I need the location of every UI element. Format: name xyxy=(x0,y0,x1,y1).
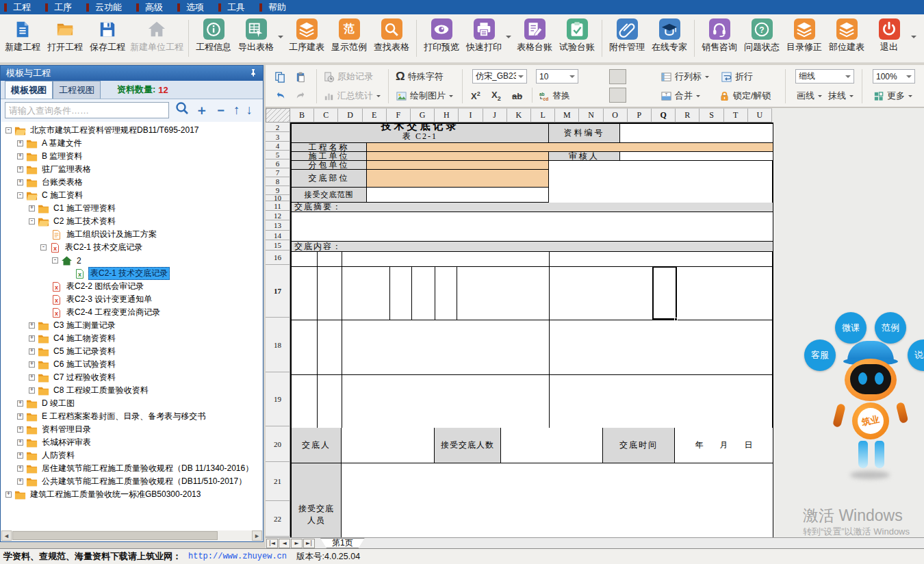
site-link[interactable]: http://www.zhuyew.cn xyxy=(188,552,287,561)
row-header-11[interactable]: 11 xyxy=(266,201,290,211)
expand-icon[interactable]: + xyxy=(17,166,23,172)
table-ledger-button[interactable]: 表格台账 xyxy=(513,18,556,54)
expand-icon[interactable]: + xyxy=(29,348,35,355)
expand-icon[interactable]: + xyxy=(29,374,35,381)
row-header-19[interactable]: 19 xyxy=(266,372,290,426)
row-header-2[interactable]: 2 xyxy=(266,123,290,132)
row-header-6[interactable]: 6 xyxy=(266,159,290,168)
scope-label[interactable]: 接受交底范围 xyxy=(292,188,367,203)
expand-icon[interactable]: + xyxy=(29,205,35,212)
dropdown-caret-icon[interactable] xyxy=(911,36,916,41)
expand-icon[interactable]: + xyxy=(29,361,35,368)
row-header-7[interactable]: 7 xyxy=(266,168,290,177)
tree-item[interactable]: +C5 施工记录资料 xyxy=(1,345,262,358)
column-header-D[interactable]: D xyxy=(338,108,362,123)
column-header-I[interactable]: I xyxy=(459,108,483,123)
row-col-header-button[interactable]: 行列标 xyxy=(660,68,709,85)
scope-value[interactable] xyxy=(367,188,549,203)
halign-right-button[interactable] xyxy=(629,88,646,103)
reviewer-label[interactable]: 审核人 xyxy=(549,152,620,161)
row-header-17[interactable]: 17 xyxy=(266,265,290,318)
receiver-count-value[interactable] xyxy=(501,428,603,463)
copy-button[interactable] xyxy=(274,68,289,85)
doc-no-label[interactable]: 资料编号 xyxy=(549,124,620,143)
print-preview-button[interactable]: 打印预览 xyxy=(420,18,463,54)
valign-middle-button[interactable] xyxy=(609,69,626,84)
tree-item[interactable]: x表C2-1 技术交底记录 xyxy=(1,267,262,280)
discloser-label[interactable]: 交底人 xyxy=(292,428,342,463)
dropdown-caret-icon[interactable] xyxy=(506,36,511,41)
subscript-button[interactable]: X2 xyxy=(491,88,501,104)
strikethrough-button[interactable]: ab xyxy=(512,88,522,104)
receivers-area[interactable] xyxy=(342,463,773,539)
column-header-T[interactable]: T xyxy=(724,108,748,123)
sub-unit-value[interactable] xyxy=(367,161,549,170)
dropdown-caret-icon[interactable] xyxy=(278,36,283,41)
collapse-icon[interactable]: - xyxy=(17,192,23,198)
replace-button[interactable]: abcd替换 xyxy=(538,88,570,104)
tree-item[interactable]: +C8 工程竣工质量验收资料 xyxy=(1,384,262,397)
valign-bottom-button[interactable] xyxy=(629,69,646,84)
project-name-label[interactable]: 工程名称 xyxy=(292,143,367,152)
tree-item[interactable]: x表C2-4 工程变更洽商记录 xyxy=(1,306,262,319)
doc-no-value[interactable] xyxy=(620,124,773,143)
original-record-button[interactable]: 原始记录 xyxy=(323,68,373,85)
row-header-8[interactable]: 8 xyxy=(266,177,290,186)
expand-icon[interactable]: + xyxy=(17,465,23,472)
expand-icon[interactable]: + xyxy=(17,140,23,146)
column-header-R[interactable]: R xyxy=(676,108,700,123)
column-header-E[interactable]: E xyxy=(363,108,387,123)
exit-button[interactable]: 退出 xyxy=(868,18,910,54)
summary-area[interactable] xyxy=(292,212,773,242)
special-char-button[interactable]: Ω特殊字符 xyxy=(396,68,444,85)
row-header-20[interactable]: 20 xyxy=(266,426,290,462)
column-header-C[interactable]: C xyxy=(314,108,338,123)
tree-item[interactable]: +人防资料 xyxy=(1,449,262,462)
search-icon[interactable] xyxy=(175,101,189,119)
undo-button[interactable] xyxy=(274,88,289,104)
menu-item-7[interactable]: 帮助 xyxy=(259,1,286,14)
menu-item-4[interactable]: 高级 xyxy=(136,1,163,14)
time-label[interactable]: 交底时间 xyxy=(603,428,675,463)
tab-template-view[interactable]: 模板视图 xyxy=(5,81,53,99)
receivers-label[interactable]: 接受交底 人员 xyxy=(292,463,342,539)
tree-item[interactable]: -x表C2-1 技术交底记录 xyxy=(1,241,262,254)
row-header-18[interactable]: 18 xyxy=(266,318,290,372)
column-header-H[interactable]: H xyxy=(435,108,459,123)
sheet-corner[interactable] xyxy=(266,108,290,123)
tree-item[interactable]: -C2 施工技术资料 xyxy=(1,215,262,228)
wrap-text-button[interactable]: 折行 xyxy=(721,68,753,85)
expand-icon[interactable]: + xyxy=(17,478,23,485)
column-header-U[interactable]: U xyxy=(748,108,772,123)
summary-stats-button[interactable]: 汇总统计 xyxy=(323,88,381,104)
receiver-count-label[interactable]: 接受交底人数 xyxy=(435,428,501,463)
row-header-12[interactable]: 12 xyxy=(266,211,290,220)
tree-item[interactable]: +C7 过程验收资料 xyxy=(1,371,262,384)
tree-item[interactable]: +驻厂监理表格 xyxy=(1,163,262,176)
row-header-21[interactable]: 21 xyxy=(266,462,290,501)
remove-icon[interactable]: － xyxy=(214,102,227,118)
column-header-P[interactable]: P xyxy=(628,108,652,123)
more-button[interactable]: 更多 xyxy=(873,88,912,104)
construction-unit-value[interactable] xyxy=(367,152,549,161)
reviewer-value[interactable] xyxy=(620,152,773,161)
last-page-icon[interactable]: ►| xyxy=(303,539,315,548)
down-icon[interactable]: ↓ xyxy=(246,102,253,118)
bubble-sample[interactable]: 范例 xyxy=(875,312,906,344)
tree-item[interactable]: 施工组织设计及施工方案 xyxy=(1,228,262,241)
tree-item[interactable]: +B 监理资料 xyxy=(1,150,262,163)
tree-item[interactable]: -C 施工资料 xyxy=(1,189,262,202)
add-icon[interactable]: ＋ xyxy=(195,102,208,118)
construction-unit-label[interactable]: 施工单位 xyxy=(292,152,367,161)
menu-item-2[interactable]: 工序 xyxy=(45,1,72,14)
row-header-5[interactable]: 5 xyxy=(266,151,290,159)
next-page-icon[interactable]: ► xyxy=(291,539,303,548)
expand-icon[interactable]: + xyxy=(17,426,23,433)
form-title-cell[interactable]: 技术交底记录 表 C2-1 xyxy=(292,124,549,143)
tree-item[interactable]: +C6 施工试验资料 xyxy=(1,358,262,371)
tree-item[interactable]: +C1 施工管理资料 xyxy=(1,202,262,215)
expand-icon[interactable]: + xyxy=(17,439,23,446)
collapse-icon[interactable]: - xyxy=(29,218,35,225)
column-header-J[interactable]: J xyxy=(483,108,507,123)
collapse-icon[interactable]: - xyxy=(40,244,47,251)
